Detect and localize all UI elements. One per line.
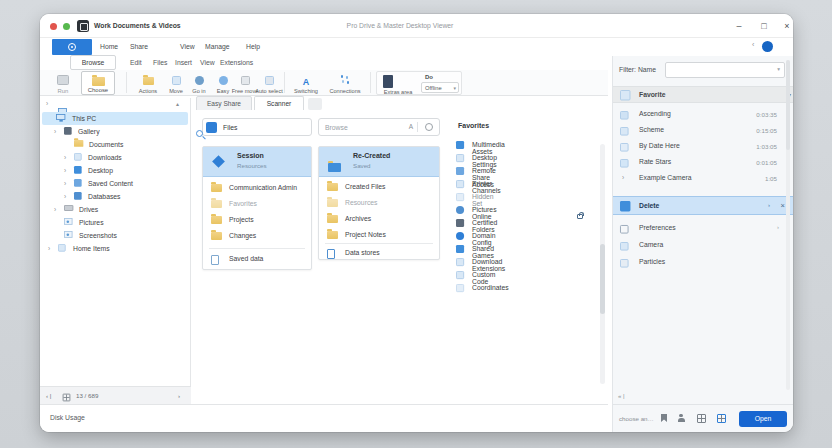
subtab-edit[interactable]: Edit: [130, 56, 142, 70]
run-button[interactable]: Run: [48, 71, 78, 95]
folder-icon: [327, 215, 338, 223]
expander-icon[interactable]: ›: [64, 190, 66, 203]
filter-input[interactable]: [669, 64, 767, 76]
ribbon-tab-view[interactable]: View: [180, 39, 195, 55]
lock-icon: [577, 214, 583, 219]
auto-select-button[interactable]: Auto select: [256, 71, 282, 95]
traffic-light-close-icon[interactable]: [50, 23, 57, 30]
card-folder-row[interactable]: Projects: [203, 213, 311, 229]
browse-input[interactable]: [325, 120, 395, 134]
panel-icon[interactable]: [383, 75, 393, 88]
panel-group-header[interactable]: Favorite ▾: [613, 86, 793, 103]
scrollbar-thumb[interactable]: [600, 244, 605, 314]
collapse-pane-icon[interactable]: ▴: [176, 100, 179, 107]
expander-icon[interactable]: ›: [64, 164, 66, 177]
minimize-button[interactable]: –: [730, 18, 748, 34]
card-folder-row[interactable]: Resources: [319, 196, 439, 212]
chevron-icon[interactable]: ›: [768, 202, 770, 208]
expander-icon[interactable]: ›: [54, 203, 56, 216]
card-file-row[interactable]: Data stores: [319, 246, 439, 262]
sidebar-item-screenshots[interactable]: Screenshots: [42, 229, 188, 242]
refresh-icon[interactable]: [425, 123, 433, 131]
card-folder-row[interactable]: Communication Admin: [203, 181, 311, 197]
sidebar-item-downloads[interactable]: › Downloads: [42, 151, 188, 164]
traffic-light-zoom-icon[interactable]: [63, 23, 70, 30]
item-icon: [620, 143, 629, 152]
subtab-insert[interactable]: Insert: [175, 56, 192, 70]
content-tab-scanner[interactable]: Scanner: [254, 96, 304, 111]
database-icon: [74, 192, 82, 200]
maximize-button[interactable]: □: [755, 18, 773, 34]
ribbon-tab-help[interactable]: Help: [246, 39, 260, 55]
switching-button[interactable]: A Switching: [290, 71, 322, 95]
card-folder-row[interactable]: Created Files: [319, 180, 439, 196]
search-input[interactable]: [223, 120, 283, 134]
primary-action-button[interactable]: Open: [739, 411, 787, 427]
panel-row[interactable]: By Date Here1:03:05: [613, 140, 787, 155]
actions-button[interactable]: Actions: [135, 71, 161, 95]
content-tab-easy-share[interactable]: Easy Share: [196, 96, 252, 111]
card-folder-row[interactable]: Favorites: [203, 197, 311, 213]
card-header[interactable]: Session Resources: [203, 147, 311, 177]
person-icon[interactable]: [677, 414, 685, 422]
panel-row[interactable]: › Example Camera1:05: [613, 172, 787, 187]
preferences-icon: [620, 225, 629, 234]
subtab-extensions[interactable]: Extensions: [220, 56, 253, 70]
scrollbar-thumb[interactable]: [786, 60, 790, 150]
card-folder-row[interactable]: Project Notes: [319, 228, 439, 244]
sidebar-item-saved-content[interactable]: › Saved Content: [42, 177, 188, 190]
panel-row[interactable]: Camera: [613, 239, 787, 254]
connections-button[interactable]: Connections: [324, 71, 366, 95]
scrollbar-track[interactable]: [786, 60, 790, 390]
card-folder-row[interactable]: Changes: [203, 229, 311, 245]
panel-row[interactable]: Rate Stars0:01:05: [613, 156, 787, 171]
search-icon[interactable]: [196, 130, 203, 137]
offline-dropdown[interactable]: Offline ▾: [421, 82, 459, 93]
group-icon: [620, 90, 630, 100]
pager-next-button[interactable]: ›: [178, 387, 180, 405]
panel-row[interactable]: Scheme0:15:05: [613, 124, 787, 139]
sidebar-item-desktop[interactable]: › Desktop: [42, 164, 188, 177]
folder-icon: [74, 140, 83, 147]
account-avatar[interactable]: [762, 41, 773, 52]
grid-icon[interactable]: [697, 414, 706, 423]
file-tab[interactable]: [52, 39, 92, 55]
panel-row[interactable]: Preferences ›: [613, 222, 787, 237]
grid-blue-icon[interactable]: [717, 414, 726, 423]
expander-icon[interactable]: ›: [64, 177, 66, 190]
close-icon[interactable]: ×: [781, 201, 785, 210]
collapse-footer-icon[interactable]: « |: [618, 393, 625, 399]
card-folder-row[interactable]: Archives: [319, 212, 439, 228]
card-file-row[interactable]: Saved data: [203, 252, 311, 268]
scrollbar-track[interactable]: [600, 144, 605, 384]
sort-az-icon[interactable]: A: [409, 123, 413, 130]
close-button[interactable]: ×: [778, 18, 793, 34]
sidebar-item-this-pc[interactable]: This PC: [42, 112, 188, 125]
subtab-view[interactable]: View: [200, 56, 215, 70]
pager-previous-button[interactable]: ‹ |: [46, 387, 51, 405]
sidebar-item-gallery[interactable]: › Gallery: [42, 125, 188, 138]
ribbon-tab-home[interactable]: Home: [100, 39, 118, 55]
panel-row[interactable]: Ascending0:03:35: [613, 108, 787, 123]
bookmark-icon[interactable]: [661, 414, 667, 422]
subtab-browse[interactable]: Browse: [70, 55, 116, 70]
sidebar-item-databases[interactable]: › Databases: [42, 190, 188, 203]
sidebar-item-drives[interactable]: › Drives: [42, 203, 188, 216]
panel-selected-row[interactable]: Delete › ×: [613, 196, 793, 215]
grid-view-icon[interactable]: [63, 394, 71, 402]
choose-button[interactable]: Choose: [81, 71, 115, 95]
chevron-right-icon[interactable]: ›: [46, 100, 48, 107]
expander-icon[interactable]: ›: [54, 125, 56, 138]
expander-icon[interactable]: ›: [64, 151, 66, 164]
expander-icon[interactable]: ›: [622, 174, 624, 181]
sidebar-item-home-items[interactable]: › Home Items: [42, 242, 188, 255]
ribbon-tab-manage[interactable]: Manage: [205, 39, 230, 55]
panel-row[interactable]: Particles: [613, 256, 787, 271]
new-tab-button[interactable]: [308, 98, 322, 110]
card-header[interactable]: Re-Created Saved: [319, 147, 439, 177]
sidebar-item-documents[interactable]: Documents: [42, 138, 188, 151]
ribbon-tab-share[interactable]: Share: [130, 39, 148, 55]
subtab-files[interactable]: Files: [153, 56, 167, 70]
sidebar-item-pictures[interactable]: Pictures: [42, 216, 188, 229]
expander-icon[interactable]: ›: [48, 242, 50, 255]
